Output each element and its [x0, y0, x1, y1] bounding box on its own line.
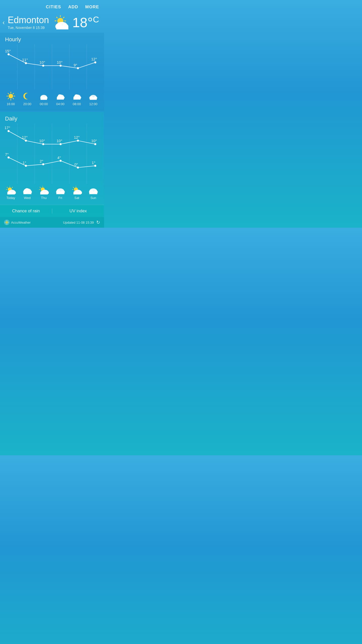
hourly-time-5: 08:00 [73, 102, 81, 106]
top-nav: CITIES ADD MORE [0, 0, 104, 12]
daily-day-thu: Thu [41, 196, 47, 200]
svg-point-67 [94, 143, 96, 145]
add-button[interactable]: ADD [68, 5, 78, 10]
svg-point-30 [9, 94, 13, 98]
hourly-item-1600: 16:00 [3, 92, 19, 106]
svg-rect-99 [23, 192, 31, 194]
hourly-label: Hourly [0, 33, 104, 44]
hourly-item-0000: 00:00 [35, 92, 52, 106]
svg-text:0°: 0° [74, 162, 78, 167]
cloud-icon-sun [88, 186, 98, 194]
svg-rect-119 [73, 193, 81, 194]
uv-index-item[interactable]: UV index [52, 209, 104, 214]
svg-point-76 [42, 163, 44, 165]
daily-day-wed: Wed [24, 196, 31, 200]
svg-point-19 [25, 62, 27, 64]
svg-line-37 [13, 93, 14, 94]
svg-text:10°: 10° [91, 139, 97, 143]
cloud-icon-4 [89, 92, 98, 101]
svg-point-62 [8, 130, 10, 132]
svg-point-20 [42, 65, 44, 67]
hourly-time-2: 20:00 [23, 102, 31, 106]
refresh-button[interactable]: ↻ [96, 220, 100, 225]
svg-line-5 [57, 17, 57, 18]
svg-point-66 [77, 140, 79, 142]
daily-item-sat: Sat [69, 186, 85, 200]
daily-day-sun: Sun [90, 196, 96, 200]
svg-rect-123 [89, 192, 97, 194]
svg-text:1°: 1° [23, 160, 26, 165]
svg-point-18 [8, 53, 10, 55]
svg-text:15°: 15° [5, 49, 11, 53]
svg-line-90 [12, 187, 13, 188]
cities-button[interactable]: CITIES [46, 5, 61, 10]
svg-point-51 [74, 94, 78, 98]
svg-text:7°: 7° [5, 152, 9, 156]
svg-text:10°: 10° [39, 139, 45, 143]
footer-bar: AccuWeather Updated 11-08 15:39 ↻ [0, 217, 104, 228]
cloud-icon-wed [22, 186, 32, 194]
svg-point-63 [25, 140, 27, 142]
svg-text:10°: 10° [57, 139, 62, 143]
moon-icon [23, 92, 32, 101]
daily-icons-row: Today Wed T [0, 184, 104, 201]
daily-item-thu: Thu [35, 186, 52, 200]
svg-rect-111 [56, 192, 64, 194]
daily-item-fri: Fri [52, 186, 69, 200]
svg-rect-42 [40, 98, 47, 100]
svg-text:17°: 17° [5, 126, 10, 130]
daily-day-sat: Sat [74, 196, 79, 200]
svg-point-75 [25, 165, 27, 167]
chance-rain-item[interactable]: Chance of rain [0, 209, 52, 214]
accuweather-icon [4, 220, 10, 225]
accu-sun-icon [5, 220, 9, 225]
current-temp: 18°C [72, 15, 99, 30]
svg-line-89 [7, 187, 8, 188]
svg-point-65 [60, 143, 62, 145]
cloud-icon-3 [72, 92, 81, 101]
hourly-item-0400: 04:00 [52, 92, 69, 106]
svg-line-115 [73, 187, 74, 188]
daily-section: Daily 17° 12° 10° 10° 12° 10° [0, 112, 104, 205]
daily-item-sun: Sun [85, 186, 102, 200]
city-header: ‹ Edmonton Tue, November 8 15:39 1 [0, 12, 104, 33]
hourly-item-1200: 12:00 [85, 92, 102, 106]
svg-point-98 [25, 188, 29, 192]
more-button[interactable]: MORE [85, 5, 99, 10]
hourly-item-0800: 08:00 [69, 92, 85, 106]
city-date: Tue, November 8 15:39 [8, 26, 49, 30]
hourly-chart: 15° 11° 10° 10° 9° 12° [0, 44, 104, 90]
daily-label: Daily [0, 112, 104, 124]
update-timestamp: Updated 11-08 15:39 [63, 221, 94, 224]
svg-point-77 [60, 160, 62, 162]
svg-point-22 [77, 67, 79, 69]
accu-brand-name: AccuWeather [11, 221, 31, 224]
cloud-icon-fri [55, 186, 65, 194]
daily-chart: 17° 12° 10° 10° 12° 10° 7° 1° 2° 4° 0° 1… [0, 124, 104, 184]
svg-line-7 [63, 17, 64, 18]
partly-cloudy-icon-3 [72, 186, 82, 194]
cloud-icon-1 [39, 92, 48, 101]
svg-line-38 [8, 98, 9, 99]
svg-rect-12 [56, 26, 68, 29]
svg-point-79 [94, 165, 96, 167]
back-button[interactable]: ‹ [3, 19, 6, 26]
svg-line-103 [40, 187, 40, 188]
city-name: Edmonton [8, 15, 49, 25]
svg-point-64 [42, 143, 44, 145]
city-info: Edmonton Tue, November 8 15:39 [8, 15, 49, 30]
svg-text:4°: 4° [57, 155, 61, 160]
daily-day-fri: Fri [58, 196, 62, 200]
svg-point-46 [58, 94, 62, 98]
svg-line-36 [13, 98, 14, 99]
hourly-time-3: 00:00 [40, 102, 48, 106]
svg-rect-52 [73, 98, 80, 100]
weather-icon-current [53, 15, 70, 29]
daily-item-wed: Wed [19, 186, 36, 200]
svg-point-78 [77, 167, 79, 169]
header-left: ‹ Edmonton Tue, November 8 15:39 [3, 15, 49, 30]
svg-text:1°: 1° [92, 160, 95, 165]
accuweather-logo: AccuWeather [4, 220, 31, 225]
svg-text:12°: 12° [91, 57, 97, 61]
svg-rect-56 [90, 98, 97, 100]
